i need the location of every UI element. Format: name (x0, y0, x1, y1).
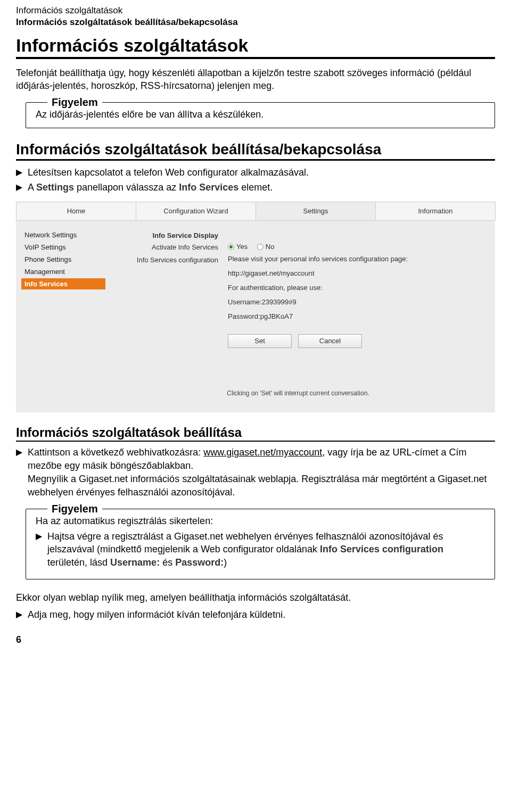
step-1: ▶ Létesítsen kapcsolatot a telefon Web c… (16, 166, 495, 179)
set-button[interactable]: Set (228, 334, 292, 348)
heading-setup: Információs szolgáltatások beállítása/be… (16, 141, 495, 161)
step-2: ▶ A Settings panellapon válassza az Info… (16, 181, 495, 194)
main-panel: Info Service Display Activate Info Servi… (105, 221, 495, 412)
radio-dot-icon (228, 244, 234, 250)
note-box-1: Figyelem Az időjárás-jelentés előre be v… (26, 102, 495, 128)
sidebar: Network Settings VoIP Settings Phone Set… (16, 221, 105, 412)
page-root: Információs szolgáltatások Információs s… (0, 0, 511, 661)
heading-main: Információs szolgáltatások (16, 35, 495, 59)
page-number: 6 (16, 634, 495, 645)
note2-intro: Ha az automatikus regisztrálás sikertele… (36, 516, 485, 527)
outro-bullet-text: Adja meg, hogy milyen információt kíván … (28, 608, 495, 622)
arrow-icon: ▶ (16, 446, 22, 499)
web-configurator-panel: Home Configuration Wizard Settings Infor… (16, 202, 495, 412)
tab-information[interactable]: Information (375, 202, 496, 220)
arrow-icon: ▶ (16, 608, 22, 622)
outro-paragraph: Ekkor olyan weblap nyílik meg, amelyen b… (16, 591, 495, 604)
footnote: Clicking on 'Set' will interrupt current… (111, 390, 485, 397)
sidebar-item-network[interactable]: Network Settings (21, 229, 105, 241)
cfg-url: http://gigaset.net/myaccount (228, 269, 485, 277)
tab-bar: Home Configuration Wizard Settings Infor… (16, 202, 495, 221)
step-1-text: Létesítsen kapcsolatot a telefon Web con… (28, 166, 495, 179)
step-link: ▶ Kattintson a következő webhivatkozásra… (16, 446, 495, 499)
sidebar-item-voip[interactable]: VoIP Settings (21, 242, 105, 253)
arrow-icon: ▶ (16, 166, 22, 179)
step-link-text: Kattintson a következő webhivatkozásra: … (28, 446, 495, 499)
note2-bullet-text: Hajtsa végre a regisztrálást a Gigaset.n… (47, 530, 485, 569)
running-head-1: Információs szolgáltatások (16, 5, 495, 16)
sidebar-item-phone[interactable]: Phone Settings (21, 254, 105, 265)
intro-paragraph: Telefonját beállíthatja úgy, hogy készen… (16, 67, 495, 93)
radio-yes[interactable]: Yes (228, 243, 248, 251)
tab-settings[interactable]: Settings (256, 202, 376, 220)
heading-configure: Információs szolgáltatások beállítása (16, 425, 495, 442)
note-box-2: Figyelem Ha az automatikus regisztrálás … (26, 509, 495, 579)
note-body: Az időjárás-jelentés előre be van állítv… (36, 109, 485, 120)
note-title: Figyelem (47, 96, 102, 109)
radio-no[interactable]: No (257, 243, 275, 251)
radio-dot-icon (257, 244, 263, 250)
sidebar-item-management[interactable]: Management (21, 266, 105, 277)
label-config: Info Services configuration (111, 255, 228, 264)
cfg-username: Username:2393999#9 (228, 298, 485, 306)
note-title: Figyelem (47, 503, 102, 515)
label-activate: Activate Info Services (111, 243, 228, 251)
cfg-auth: For authentication, please use: (228, 284, 485, 292)
outro-bullet: ▶ Adja meg, hogy milyen információt kívá… (16, 608, 495, 622)
gigaset-link[interactable]: www.gigaset.net/myaccount (203, 447, 322, 458)
tab-config-wizard[interactable]: Configuration Wizard (136, 202, 256, 220)
arrow-icon: ▶ (16, 181, 22, 194)
running-head-2: Információs szolgáltatások beállítása/be… (16, 17, 495, 28)
section-title: Info Service Display (111, 231, 228, 239)
cancel-button[interactable]: Cancel (298, 334, 362, 348)
sidebar-item-info-services[interactable]: Info Services (21, 278, 105, 289)
cfg-password: Password:pgJBKoA7 (228, 312, 485, 320)
cfg-message: Please visit your personal info services… (228, 255, 485, 263)
arrow-icon: ▶ (36, 530, 42, 569)
tab-home[interactable]: Home (16, 202, 136, 220)
step-2-text: A Settings panellapon válassza az Info S… (28, 181, 495, 194)
